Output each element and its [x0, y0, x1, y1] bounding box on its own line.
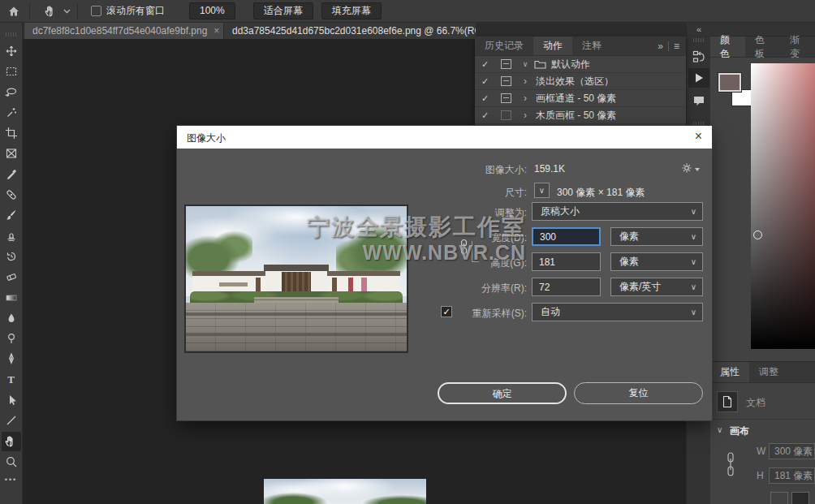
modal-control-icon[interactable] [501, 110, 511, 120]
document-tab-1[interactable]: dc7fe8f8c1d0e854ff7d54e040afe9bf.png × [24, 23, 223, 39]
resample-dropdown[interactable]: 自动 ∨ [532, 303, 703, 321]
dialog-title-bar[interactable]: 图像大小 × [177, 126, 712, 149]
panel-grip[interactable] [6, 32, 17, 37]
tab-gradients[interactable]: 渐变 [780, 37, 815, 57]
fill-screen-button[interactable]: 填充屏幕 [321, 2, 382, 19]
line-tool[interactable] [2, 411, 21, 430]
scroll-all-windows-label: 滚动所有窗口 [106, 4, 165, 18]
play-actions-icon[interactable] [688, 68, 709, 88]
modal-control-icon[interactable] [501, 76, 511, 86]
chevron-down-icon: ∨ [691, 278, 696, 295]
height-label: H [757, 470, 764, 481]
action-row[interactable]: ✓ › 画框通道 - 50 像素 [475, 90, 686, 107]
tab-swatches[interactable]: 色板 [745, 37, 780, 57]
home-icon[interactable] [3, 2, 24, 21]
check-icon[interactable]: ✓ [481, 93, 493, 104]
collapse-panels-icon[interactable]: « [687, 24, 711, 34]
resample-label: 重新采样(S): [472, 307, 527, 321]
eyedropper-tool[interactable] [2, 165, 21, 184]
check-icon[interactable]: ✓ [481, 76, 493, 87]
chevron-right-icon[interactable]: › [520, 110, 531, 121]
tab-history[interactable]: 历史记录 [475, 37, 533, 55]
action-row[interactable]: ✓ ∨ 默认动作 [475, 56, 686, 73]
check-icon[interactable]: ✓ [481, 110, 493, 121]
color-picker-field[interactable] [751, 63, 815, 349]
notes-panel-icon[interactable] [688, 91, 709, 110]
reset-button[interactable]: 复位 [574, 382, 703, 404]
fit-screen-button[interactable]: 适合屏幕 [253, 2, 313, 19]
dimensions-chevron-icon[interactable]: ∨ [534, 183, 550, 198]
hand-tool-icon[interactable] [40, 2, 61, 21]
eraser-tool[interactable] [2, 267, 21, 286]
tab-notes[interactable]: 注释 [572, 37, 611, 55]
tab-color[interactable]: 颜色 [710, 37, 745, 57]
zoom-100-button[interactable]: 100% [189, 2, 235, 19]
link-dimensions-icon[interactable] [725, 451, 736, 477]
chevron-down-icon[interactable]: ∨ [717, 425, 722, 434]
modal-control-icon[interactable] [501, 59, 511, 69]
panel-menu-icon[interactable]: ≡ [674, 41, 679, 52]
hand-tool[interactable] [2, 432, 21, 451]
close-tab-icon[interactable]: × [213, 25, 219, 37]
chevron-right-icon[interactable]: › [520, 75, 531, 87]
blur-tool[interactable] [2, 308, 21, 328]
close-dialog-icon[interactable]: × [695, 129, 702, 144]
clone-stamp-tool[interactable] [2, 226, 21, 246]
document-tab-2[interactable]: dd3a785425d41d675bc2d031e608ef6e.png @ 6… [224, 23, 476, 39]
preview-image[interactable] [184, 205, 408, 353]
width-unit-value: 像素 [619, 230, 639, 242]
tab-properties[interactable]: 属性 [710, 362, 749, 382]
check-icon[interactable]: ✓ [481, 59, 493, 70]
artboard-icon[interactable] [770, 492, 788, 504]
chevron-right-icon[interactable]: › [520, 93, 531, 104]
background-color-swatch[interactable] [731, 89, 752, 106]
tab-adjustments[interactable]: 调整 [749, 362, 788, 382]
width-unit-dropdown[interactable]: 像素 ∨ [610, 227, 703, 246]
type-tool[interactable]: T [2, 370, 21, 390]
frame-tool[interactable] [2, 144, 21, 163]
marquee-tool[interactable] [2, 62, 21, 81]
move-tool[interactable] [2, 41, 21, 61]
brush-tool[interactable] [2, 205, 21, 225]
canvas-height-value[interactable]: 181 像素 [769, 467, 815, 484]
resolution-unit-value: 像素/英寸 [619, 281, 661, 292]
width-input[interactable] [532, 227, 601, 246]
color-cursor[interactable] [753, 230, 762, 239]
gradient-tool[interactable] [2, 288, 21, 308]
panel-grip[interactable] [693, 38, 705, 42]
fit-to-value: 原稿大小 [541, 205, 580, 217]
height-unit-dropdown[interactable]: 像素 ∨ [610, 252, 703, 271]
resolution-input[interactable] [532, 278, 601, 296]
action-row[interactable]: ✓ › 木质画框 - 50 像素 [475, 107, 686, 124]
healing-brush-tool[interactable] [2, 185, 21, 205]
double-chevron-right-icon[interactable]: » [658, 41, 663, 52]
modal-control-icon[interactable] [501, 93, 511, 103]
chevron-down-icon[interactable] [61, 2, 72, 21]
height-input[interactable] [532, 252, 601, 271]
resample-checkbox[interactable]: ✓ [441, 306, 452, 317]
zoom-tool[interactable] [2, 452, 21, 472]
history-brush-tool[interactable] [2, 247, 21, 266]
dodge-tool[interactable] [2, 329, 21, 348]
chevron-down-icon[interactable]: ∨ [520, 60, 531, 68]
chevron-down-icon: ∨ [691, 203, 696, 220]
pen-tool[interactable] [2, 349, 21, 368]
path-select-tool[interactable] [2, 390, 21, 410]
magic-wand-tool[interactable] [2, 103, 21, 123]
properties-panel: 属性 调整 文档 ∨ 画布 W 300 像素 H 181 像素 [710, 361, 815, 504]
more-tools-icon[interactable]: ••• [5, 476, 17, 484]
link-dimensions-icon[interactable] [459, 239, 469, 255]
fit-to-dropdown[interactable]: 原稿大小 ∨ [532, 202, 703, 221]
tab-actions[interactable]: 动作 [533, 37, 572, 55]
resolution-unit-dropdown[interactable]: 像素/英寸 ∨ [610, 278, 703, 296]
gear-icon[interactable] [680, 162, 693, 174]
ok-button[interactable]: 确定 [438, 382, 567, 404]
history-panel-icon[interactable] [688, 47, 709, 67]
action-row[interactable]: ✓ › 淡出效果（选区） [475, 73, 686, 90]
scroll-all-windows-checkbox[interactable] [91, 6, 101, 16]
foreground-color-swatch[interactable] [718, 73, 741, 92]
crop-tool[interactable] [2, 123, 21, 143]
lasso-tool[interactable] [2, 83, 21, 102]
canvas-icon[interactable] [791, 492, 809, 504]
canvas-width-value[interactable]: 300 像素 [769, 443, 815, 459]
